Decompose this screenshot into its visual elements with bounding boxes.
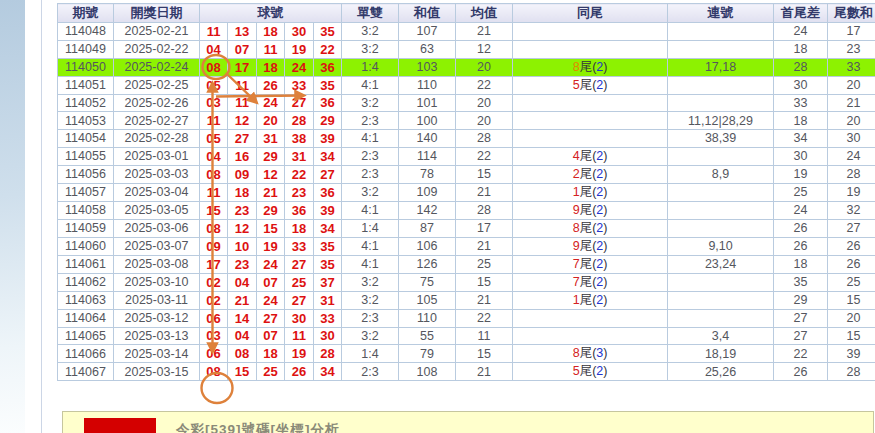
sum-cell: 107 xyxy=(399,23,456,41)
period-cell: 114066 xyxy=(58,345,114,363)
consecutive-cell: 38,39 xyxy=(668,130,774,148)
ball-number: 11 xyxy=(257,40,285,58)
odd-even-cell: 4:1 xyxy=(342,255,399,273)
mean-cell: 25 xyxy=(456,255,513,273)
same-tail-label: 尾( xyxy=(580,346,597,360)
odd-even-cell: 2:3 xyxy=(342,165,399,183)
tail-sum-cell: 25 xyxy=(828,273,875,291)
ball-number: 18 xyxy=(257,23,285,41)
ball-number: 04 xyxy=(200,147,228,165)
same-tail-label: 尾( xyxy=(580,60,597,74)
ball-number: 27 xyxy=(285,291,314,309)
ball-number: 03 xyxy=(200,327,228,345)
same-tail-cell: 1尾(2) xyxy=(513,183,668,201)
ball-number: 34 xyxy=(314,147,342,165)
sum-cell: 63 xyxy=(399,40,456,58)
same-tail-digit: 5 xyxy=(573,364,580,378)
same-tail-cell xyxy=(513,40,668,58)
mean-cell: 20 xyxy=(456,58,513,76)
ball-number: 08 xyxy=(200,165,228,183)
ball-number: 14 xyxy=(228,309,257,327)
mean-cell: 28 xyxy=(456,201,513,219)
header-sum: 和值 xyxy=(399,4,456,23)
same-tail-label: 尾( xyxy=(580,293,597,307)
period-cell: 114055 xyxy=(58,147,114,165)
ball-number: 08 xyxy=(228,345,257,363)
ball-number: 38 xyxy=(285,130,314,148)
same-tail-digit: 8 xyxy=(573,221,580,235)
period-cell: 114052 xyxy=(58,94,114,112)
header-mean: 均值 xyxy=(456,4,513,23)
ball-number: 36 xyxy=(285,201,314,219)
ball-number: 09 xyxy=(200,237,228,255)
ball-number: 25 xyxy=(285,273,314,291)
ball-number: 27 xyxy=(285,255,314,273)
date-cell: 2025-03-04 xyxy=(114,183,200,201)
tail-sum-cell: 20 xyxy=(828,76,875,94)
consecutive-cell xyxy=(668,309,774,327)
table-row: 1140632025-03-1102212427313:2105211尾(2)2… xyxy=(58,291,875,309)
header-row: 期號 開獎日期 球號 單雙 和值 均值 同尾 連號 首尾差 尾數和 xyxy=(58,4,875,23)
first-last-diff-cell: 35 xyxy=(774,273,828,291)
tail-sum-cell: 33 xyxy=(828,58,875,76)
ball-number: 11 xyxy=(200,183,228,201)
table-row: 1140492025-02-2204071119223:263121823 xyxy=(58,40,875,58)
first-last-diff-cell: 24 xyxy=(774,23,828,41)
ball-number: 09 xyxy=(228,165,257,183)
ball-number: 05 xyxy=(200,76,228,94)
table-row: 1140532025-02-2711122028292:31002011,12|… xyxy=(58,112,875,130)
ball-number: 29 xyxy=(257,201,285,219)
tail-sum-cell: 32 xyxy=(828,201,875,219)
tail-sum-cell: 23 xyxy=(828,40,875,58)
consecutive-cell xyxy=(668,76,774,94)
ball-number: 23 xyxy=(228,201,257,219)
date-cell: 2025-02-26 xyxy=(114,94,200,112)
sum-cell: 109 xyxy=(399,183,456,201)
ball-number: 19 xyxy=(285,40,314,58)
tail-sum-cell: 15 xyxy=(828,291,875,309)
odd-even-cell: 2:3 xyxy=(342,112,399,130)
odd-even-cell: 3:2 xyxy=(342,183,399,201)
first-last-diff-cell: 30 xyxy=(774,147,828,165)
same-tail-cell xyxy=(513,94,668,112)
tail-sum-cell: 20 xyxy=(828,112,875,130)
page-left-gradient xyxy=(0,0,25,433)
ball-number: 33 xyxy=(285,237,314,255)
same-tail-label: 尾( xyxy=(580,185,597,199)
period-cell: 114058 xyxy=(58,201,114,219)
same-tail-label: ) xyxy=(603,203,607,217)
period-cell: 114050 xyxy=(58,58,114,76)
ball-number: 02 xyxy=(200,273,228,291)
odd-even-cell: 3:2 xyxy=(342,40,399,58)
ball-number: 24 xyxy=(257,255,285,273)
mean-cell: 22 xyxy=(456,76,513,94)
first-last-diff-cell: 18 xyxy=(774,112,828,130)
same-tail-label: 尾( xyxy=(580,275,597,289)
tail-sum-cell: 19 xyxy=(828,183,875,201)
same-tail-label: 尾( xyxy=(580,257,597,271)
table-row: 1140482025-02-2111131830353:2107212417 xyxy=(58,23,875,41)
same-tail-label: ) xyxy=(603,60,607,74)
ball-number: 07 xyxy=(257,273,285,291)
period-cell: 114059 xyxy=(58,219,114,237)
table-row: 1140642025-03-1206142730332:3110222720 xyxy=(58,309,875,327)
ball-number: 02 xyxy=(200,291,228,309)
ball-number: 08 xyxy=(200,363,228,381)
date-cell: 2025-03-07 xyxy=(114,237,200,255)
first-last-diff-cell: 27 xyxy=(774,309,828,327)
ball-number: 33 xyxy=(314,309,342,327)
first-last-diff-cell: 28 xyxy=(774,58,828,76)
odd-even-cell: 2:3 xyxy=(342,363,399,381)
tail-sum-cell: 28 xyxy=(828,363,875,381)
date-cell: 2025-03-05 xyxy=(114,201,200,219)
date-cell: 2025-03-06 xyxy=(114,219,200,237)
period-cell: 114067 xyxy=(58,363,114,381)
mean-cell: 21 xyxy=(456,237,513,255)
same-tail-cell: 5尾(2) xyxy=(513,363,668,381)
same-tail-digit: 1 xyxy=(573,293,580,307)
first-last-diff-cell: 19 xyxy=(774,165,828,183)
ball-number: 12 xyxy=(228,219,257,237)
same-tail-label: 尾( xyxy=(580,221,597,235)
ball-number: 11 xyxy=(200,112,228,130)
date-cell: 2025-03-03 xyxy=(114,165,200,183)
